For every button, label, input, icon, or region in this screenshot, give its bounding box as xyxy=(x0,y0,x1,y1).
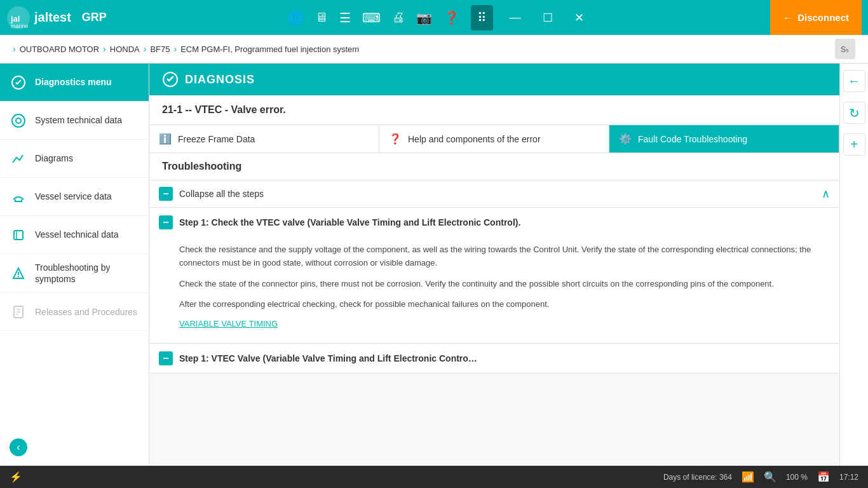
wifi-icon: 📶 xyxy=(742,471,754,483)
error-title: 21-1 -- VTEC - Valve error. xyxy=(149,95,839,125)
refresh-button[interactable]: ↻ xyxy=(843,102,865,124)
help-components-icon: ❓ xyxy=(389,133,402,145)
calendar-icon: 📅 xyxy=(817,471,830,483)
breadcrumb-ecm[interactable]: ECM PGM-FI, Programmed fuel injection sy… xyxy=(180,44,359,54)
breadcrumb-outboard[interactable]: OUTBOARD MOTOR xyxy=(20,44,99,54)
sidebar-item-vessel-technical[interactable]: Vessel technical data xyxy=(0,216,149,254)
grp-badge: GRP xyxy=(82,11,107,24)
globe-icon[interactable]: 🌐 xyxy=(288,10,304,25)
back-button[interactable]: ← xyxy=(843,70,865,92)
camera-icon[interactable]: 📷 xyxy=(416,10,432,25)
tabs-bar: ℹ️ Freeze Frame Data ❓ Help and componen… xyxy=(149,125,839,153)
logo: jal marine jaltest xyxy=(6,6,71,30)
svg-text:jal: jal xyxy=(10,14,20,24)
breadcrumb-bf75[interactable]: BF75 xyxy=(150,44,170,54)
variable-valve-timing-link[interactable]: VARIABLE VALVE TIMING xyxy=(179,319,827,329)
printer-icon[interactable]: 🖨 xyxy=(392,10,405,25)
breadcrumb-arrow-2: › xyxy=(103,44,106,54)
sidebar-troubleshooting-label: Troubleshooting by symptoms xyxy=(35,262,139,285)
disconnect-button[interactable]: ← Disconnect xyxy=(770,0,862,35)
section-title: DIAGNOSIS xyxy=(185,73,255,86)
zoom-text: 100 % xyxy=(786,473,808,482)
tab-freeze-frame[interactable]: ℹ️ Freeze Frame Data xyxy=(149,125,379,152)
system-technical-icon xyxy=(10,112,27,130)
right-sidebar: ← ↻ + xyxy=(839,64,868,466)
step-1-title: Step 1: Check the VTEC valve (Variable V… xyxy=(179,217,520,227)
chevron-up-icon: ∧ xyxy=(822,187,830,201)
sidebar-collapse-button[interactable]: ‹ xyxy=(10,438,27,456)
troubleshoot-header: Troubleshooting xyxy=(149,153,839,180)
tab-help-components[interactable]: ❓ Help and components of the error xyxy=(379,125,609,152)
breadcrumb-left: › OUTBOARD MOTOR › HONDA › BF75 › ECM PG… xyxy=(13,44,359,54)
step-2-item: − Step 1: VTEC Valve (Variable Valve Tim… xyxy=(149,344,839,374)
troubleshoot-title: Troubleshooting xyxy=(162,161,241,172)
fault-code-icon: ⚙️ xyxy=(619,133,632,145)
header-icons: 🌐 🖥 ☰ ⌨ 🖨 📷 ❓ ⠿ — ☐ ✕ xyxy=(288,5,589,30)
troubleshoot-content: Troubleshooting − Collapse all the steps… xyxy=(149,153,839,466)
svg-text:marine: marine xyxy=(11,23,29,29)
monitor-icon[interactable]: 🖥 xyxy=(315,10,328,25)
license-text: Days of licence: 364 xyxy=(663,473,732,482)
zoom-icon: 🔍 xyxy=(764,471,776,483)
step-2-header: − Step 1: VTEC Valve (Variable Valve Tim… xyxy=(149,344,839,373)
help-icon[interactable]: ❓ xyxy=(444,10,459,25)
step-1-item: − Step 1: Check the VTEC valve (Variable… xyxy=(149,208,839,344)
close-button[interactable]: ✕ xyxy=(569,8,589,27)
app-header: jal marine jaltest GRP 🌐 🖥 ☰ ⌨ 🖨 📷 ❓ ⠿ —… xyxy=(0,0,868,35)
keyboard-icon[interactable]: ⌨ xyxy=(362,10,381,25)
add-button[interactable]: + xyxy=(843,133,865,156)
diagnostics-icon xyxy=(10,74,27,92)
breadcrumb-s-icon: S₅ xyxy=(835,39,855,59)
content-area: DIAGNOSIS 21-1 -- VTEC - Valve error. ℹ️… xyxy=(149,64,839,466)
sidebar-item-system-technical[interactable]: System technical data xyxy=(0,102,149,140)
list-icon[interactable]: ☰ xyxy=(339,10,351,25)
svg-point-5 xyxy=(12,114,25,127)
svg-rect-7 xyxy=(14,231,23,240)
steps-container[interactable]: − Step 1: Check the VTEC valve (Variable… xyxy=(149,208,839,466)
sidebar-diagrams-label: Diagrams xyxy=(35,152,73,164)
collapse-all-text: Collapse all the steps xyxy=(179,189,264,199)
status-left: ⚡ xyxy=(10,471,22,483)
collapse-all-row[interactable]: − Collapse all the steps ∧ xyxy=(149,180,839,208)
error-code-text: 21-1 -- VTEC - Valve error. xyxy=(162,104,286,115)
logo-icon: jal marine xyxy=(6,6,31,30)
step-1-body: Check the resistance and the supply volt… xyxy=(149,237,839,343)
sidebar-item-diagnostics[interactable]: Diagnostics menu xyxy=(0,64,149,102)
step-2-minus-icon[interactable]: − xyxy=(159,351,173,365)
step-1-minus-icon[interactable]: − xyxy=(159,215,173,229)
header-left: jal marine jaltest GRP xyxy=(6,6,107,30)
sidebar-vessel-service-label: Vessel service data xyxy=(35,191,112,202)
sidebar-vessel-technical-label: Vessel technical data xyxy=(35,229,119,240)
sidebar-bottom: ‹ xyxy=(0,429,149,466)
step-1-header: − Step 1: Check the VTEC valve (Variable… xyxy=(149,208,839,237)
svg-text:S₅: S₅ xyxy=(841,45,849,54)
sidebar-item-diagrams[interactable]: Diagrams xyxy=(0,140,149,178)
collapse-minus-icon: − xyxy=(159,187,173,201)
tab-fault-code[interactable]: ⚙️ Fault Code Troubleshooting xyxy=(609,125,839,152)
main-layout: Diagnostics menu System technical data D… xyxy=(0,64,868,466)
usb-icon: ⚡ xyxy=(10,471,22,483)
status-bar: ⚡ Days of licence: 364 📶 🔍 100 % 📅 17:12 xyxy=(0,466,868,488)
sidebar-item-vessel-service[interactable]: Vessel service data xyxy=(0,178,149,216)
content-header: DIAGNOSIS xyxy=(149,64,839,95)
step-2-title: Step 1: VTEC Valve (Variable Valve Timin… xyxy=(179,353,477,363)
svg-point-6 xyxy=(16,118,21,123)
diagnosis-icon xyxy=(162,71,179,88)
sidebar-item-releases[interactable]: Releases and Procedures xyxy=(0,293,149,331)
collapse-all-left: − Collapse all the steps xyxy=(159,187,264,201)
logo-brand: jaltest xyxy=(34,10,71,25)
restore-button[interactable]: ☐ xyxy=(538,8,558,27)
breadcrumb: › OUTBOARD MOTOR › HONDA › BF75 › ECM PG… xyxy=(0,35,868,64)
minimize-button[interactable]: — xyxy=(505,8,526,27)
vessel-service-icon xyxy=(10,188,27,206)
tab-fault-code-label: Fault Code Troubleshooting xyxy=(638,134,747,144)
breadcrumb-arrow-1: › xyxy=(13,44,16,54)
sidebar-item-troubleshooting[interactable]: Troubleshooting by symptoms xyxy=(0,254,149,293)
troubleshooting-icon xyxy=(10,264,27,282)
disconnect-arrow-icon: ← xyxy=(783,12,792,23)
diagrams-icon xyxy=(10,150,27,168)
apps-icon[interactable]: ⠿ xyxy=(471,5,493,30)
status-right: Days of licence: 364 📶 🔍 100 % 📅 17:12 xyxy=(663,471,858,483)
sidebar-system-label: System technical data xyxy=(35,114,122,126)
breadcrumb-honda[interactable]: HONDA xyxy=(110,44,140,54)
